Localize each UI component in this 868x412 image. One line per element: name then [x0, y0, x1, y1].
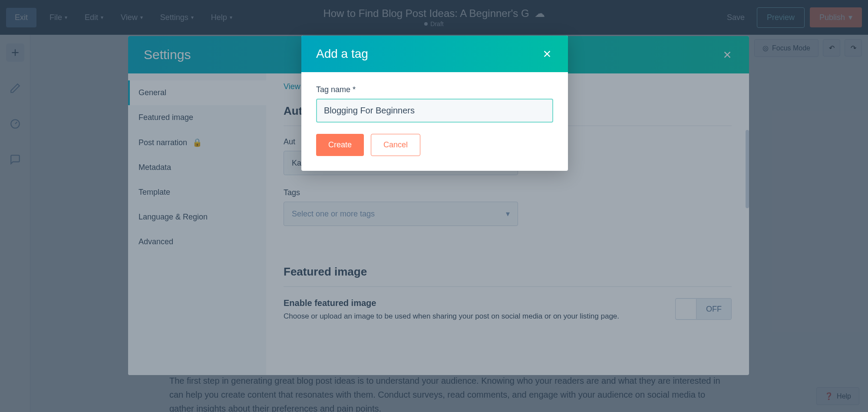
modal-close-button[interactable] — [541, 48, 553, 60]
modal-header: Add a tag — [301, 36, 568, 72]
tag-name-input[interactable] — [316, 99, 553, 123]
tag-name-label: Tag name * — [316, 85, 553, 94]
modal-body: Tag name * Create Cancel — [301, 72, 568, 171]
add-tag-modal: Add a tag Tag name * Create Cancel — [301, 36, 568, 171]
modal-actions: Create Cancel — [316, 134, 553, 156]
modal-title: Add a tag — [316, 47, 368, 61]
create-button[interactable]: Create — [316, 134, 364, 156]
cancel-button[interactable]: Cancel — [371, 134, 420, 156]
